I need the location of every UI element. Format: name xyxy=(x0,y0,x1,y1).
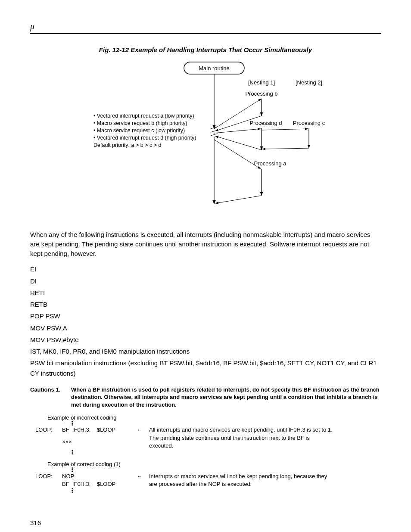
code-inc-1: BF IF0H.3, $LOOP xyxy=(59,426,133,438)
bullet-1: • Macro service request b (high priority… xyxy=(93,120,187,126)
desc-correct: Interrupts or macro services will not be… xyxy=(146,473,337,488)
proc-c-label: Processing c xyxy=(293,120,325,126)
proc-b-label: Processing b xyxy=(245,90,277,97)
instr-2: RETI xyxy=(30,288,381,298)
figure-caption: Fig. 12-12 Example of Handling Interrupt… xyxy=(30,46,381,53)
page: μ Fig. 12-12 Example of Handling Interru… xyxy=(0,0,411,532)
caution-text: When a BF instruction is used to poll re… xyxy=(71,386,381,409)
arrow-1: ← xyxy=(133,426,146,438)
svg-line-16 xyxy=(214,140,261,169)
intro-paragraph: When any of the following instructions i… xyxy=(30,230,381,258)
instr-7: IST, MK0, IF0, PR0, and ISM0 manipulatio… xyxy=(30,346,381,356)
instr-3: RETB xyxy=(30,299,381,309)
header-mu: μ xyxy=(30,22,381,31)
code-inc-2: ××× xyxy=(59,438,133,450)
code-incorrect: ••• LOOP: BF IF0H.3, $LOOP ← All interru… xyxy=(33,421,337,455)
proc-d-label: Processing d xyxy=(249,120,282,126)
desc-incorrect: All interrupts and macro services are ke… xyxy=(146,426,337,450)
caution-label: Cautions 1. xyxy=(30,386,71,409)
ex-correct-head: Example of correct coding (1) xyxy=(47,461,381,467)
diagram-svg: Main routine [Nesting 1] [Nesting 2] Pro… xyxy=(50,58,361,213)
svg-line-13 xyxy=(262,148,309,149)
instr-6: MOV PSW,#byte xyxy=(30,335,381,345)
cautions: Cautions 1. When a BF instruction is use… xyxy=(30,386,381,409)
proc-a-label: Processing a xyxy=(254,160,286,167)
svg-line-10 xyxy=(214,129,261,133)
bullet-0: • Vectored interrupt request a (low prio… xyxy=(93,113,194,119)
instr-8: PSW bit manipulation instructions (exclu… xyxy=(30,358,381,378)
loop-label-2: LOOP: xyxy=(33,473,59,480)
nesting1-label: [Nesting 1] xyxy=(248,79,275,86)
svg-line-4 xyxy=(211,134,218,136)
ex-incorrect-head: Example of incorrect coding xyxy=(47,414,381,421)
diagram: Main routine [Nesting 1] [Nesting 2] Pro… xyxy=(30,58,381,213)
instr-1: DI xyxy=(30,276,381,286)
main-routine-label: Main routine xyxy=(199,65,230,72)
bullet-3: • Vectored interrupt request d (high pri… xyxy=(93,135,196,141)
loop-label-1: LOOP: xyxy=(33,426,59,438)
instr-4: POP PSW xyxy=(30,311,381,321)
code-correct: ••• LOOP: NOP ← Interrupts or macro serv… xyxy=(33,467,337,493)
header-rule xyxy=(30,33,381,34)
svg-line-17 xyxy=(215,196,262,203)
svg-line-12 xyxy=(262,129,308,130)
instr-5: MOV PSW,A xyxy=(30,323,381,333)
code-cor-1: NOP xyxy=(59,473,133,480)
arrow-2: ← xyxy=(133,473,146,480)
instr-0: EI xyxy=(30,264,381,274)
default-priority: Default priority: a > b > c > d xyxy=(93,142,161,148)
page-number: 316 xyxy=(30,519,381,526)
code-cor-2: BF IF0H.3, $LOOP xyxy=(59,480,133,488)
svg-line-14 xyxy=(215,136,262,150)
bullet-2: • Macro service request c (low priority) xyxy=(93,128,185,134)
nesting2-label: [Nesting 2] xyxy=(296,79,322,86)
